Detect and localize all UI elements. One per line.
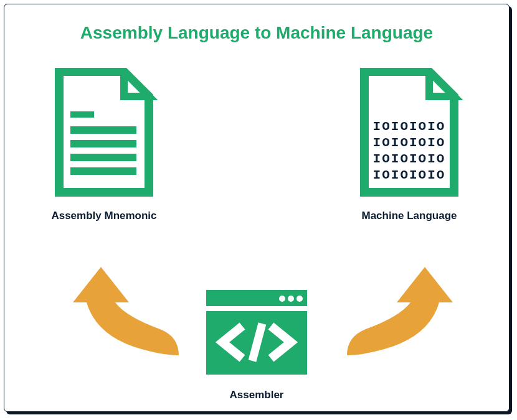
diagram-card: Assembly Language to Machine Language As…: [4, 4, 510, 412]
document-lines-icon: [48, 68, 160, 198]
binary-row-3: IOIOIOIO: [373, 152, 446, 166]
binary-row-2: IOIOIOIO: [373, 136, 446, 150]
curved-arrow-up-icon: [334, 256, 459, 368]
curved-arrow-left: [67, 256, 191, 370]
svg-point-7: [279, 296, 285, 302]
svg-rect-1: [70, 126, 136, 134]
assembly-mnemonic-block: Assembly Mnemonic: [36, 68, 173, 222]
svg-point-8: [288, 296, 294, 302]
machine-language-block: IOIOIOIO IOIOIOIO IOIOIOIO IOIOIOIO Mach…: [341, 68, 478, 222]
diagram-title: Assembly Language to Machine Language: [29, 23, 484, 43]
svg-point-9: [296, 296, 303, 302]
binary-row-1: IOIOIOIO: [373, 119, 446, 134]
svg-rect-2: [70, 140, 136, 147]
svg-rect-4: [70, 167, 136, 175]
assembler-label: Assembler: [230, 389, 284, 401]
binary-row-4: IOIOIOIO: [373, 168, 446, 182]
bottom-row: Assembler: [4, 287, 509, 401]
machine-language-label: Machine Language: [361, 210, 457, 222]
top-row: Assembly Mnemonic IOIOIOIO IOIOIOIO IOIO…: [29, 68, 484, 222]
assembly-mnemonic-label: Assembly Mnemonic: [51, 210, 156, 222]
curved-arrow-up-icon: [67, 256, 191, 368]
curved-arrow-right: [334, 256, 459, 370]
assembler-block: Assembler: [204, 287, 310, 401]
svg-rect-6: [206, 306, 307, 311]
svg-rect-3: [70, 154, 136, 161]
code-window-icon: [204, 287, 310, 378]
document-binary-icon: IOIOIOIO IOIOIOIO IOIOIOIO IOIOIOIO: [353, 68, 465, 198]
svg-rect-0: [70, 111, 94, 118]
